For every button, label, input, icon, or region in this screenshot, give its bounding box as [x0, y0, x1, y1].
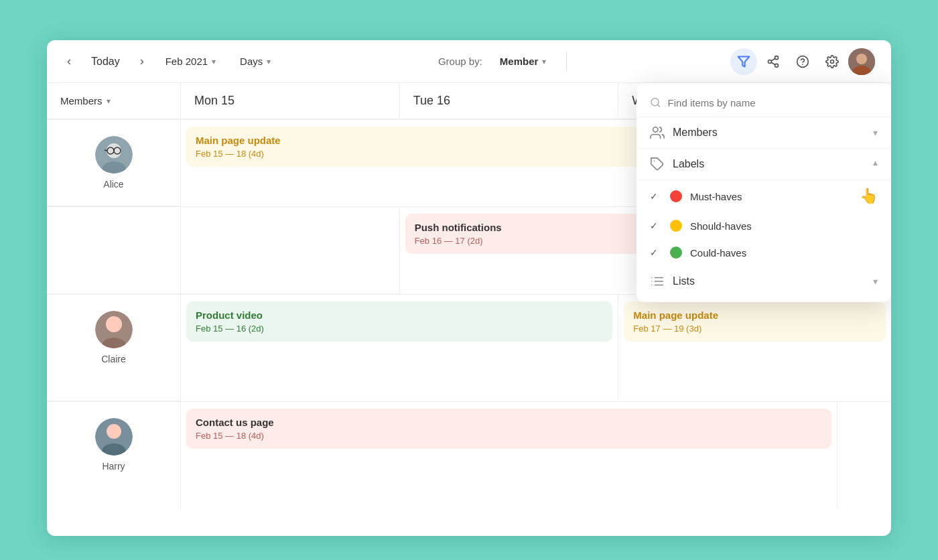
mon-column-header: Mon 15: [181, 83, 400, 119]
claire-main-page-cell: Main page update Feb 17 — 19 (3d): [618, 295, 891, 401]
members-label: Members: [60, 95, 103, 107]
svg-point-10: [856, 54, 867, 64]
search-icon: [650, 96, 661, 109]
harry-avatar: [95, 418, 133, 456]
dropdown-lists-section[interactable]: Lists ▾: [636, 266, 891, 297]
dropdown-members-section[interactable]: Members ▾: [636, 117, 891, 149]
claire-product-video-cell: Product video Feb 15 — 16 (2d): [181, 295, 618, 401]
svg-point-27: [653, 127, 658, 132]
harry-member-cell: Harry: [47, 402, 181, 509]
should-haves-label: Should-haves: [690, 220, 752, 232]
filter-button[interactable]: [730, 48, 757, 75]
claire-avatar: [95, 311, 133, 348]
help-icon: [796, 55, 809, 68]
user-avatar: [848, 48, 875, 75]
svg-line-5: [771, 58, 775, 60]
could-haves-label: Could-haves: [690, 247, 746, 259]
svg-point-20: [106, 316, 122, 332]
could-haves-item[interactable]: ✓ Could-haves: [636, 239, 891, 266]
share-button[interactable]: [760, 48, 787, 75]
labels-section-label: Labels: [673, 158, 865, 170]
task-title: Product video: [196, 309, 603, 321]
alice-tue-empty: [181, 207, 400, 294]
could-haves-check-icon: ✓: [650, 247, 662, 258]
alice-name: Alice: [103, 179, 123, 190]
claire-main-page-task[interactable]: Main page update Feb 17 — 19 (3d): [624, 301, 886, 342]
should-haves-item[interactable]: ✓ Should-haves: [636, 212, 891, 239]
harry-contact-page-task[interactable]: Contact us page Feb 15 — 18 (4d): [186, 409, 831, 449]
harry-name: Harry: [102, 461, 125, 472]
harry-contact-page-cell: Contact us page Feb 15 — 18 (4d): [181, 402, 838, 509]
alice-avatar: [95, 136, 133, 173]
groupby-selector[interactable]: Member ▾: [493, 52, 553, 71]
svg-marker-0: [738, 56, 750, 66]
lists-chevron-icon: ▾: [873, 276, 878, 287]
must-haves-item[interactable]: ✓ Must-haves 👆: [636, 180, 891, 212]
members-chevron-icon: ▾: [873, 127, 878, 138]
top-bar-actions: [730, 48, 875, 75]
svg-point-23: [107, 424, 121, 439]
labels-icon: [650, 157, 665, 171]
share-icon: [766, 55, 780, 68]
task-date: Feb 17 — 19 (3d): [633, 324, 876, 334]
could-haves-dot: [670, 247, 682, 259]
dropdown-labels-section[interactable]: Labels ▾: [636, 149, 891, 180]
settings-button[interactable]: [819, 48, 846, 75]
must-haves-check-icon: ✓: [650, 191, 662, 202]
settings-icon: [825, 55, 839, 68]
svg-line-17: [105, 150, 107, 151]
drag-cursor-icon: 👆: [860, 188, 878, 205]
members-icon: [650, 125, 665, 140]
claire-row: Claire Product video Feb 15 — 16 (2d) Ma…: [47, 295, 891, 402]
should-haves-check-icon: ✓: [650, 220, 662, 231]
task-date: Feb 15 — 18 (4d): [196, 431, 822, 441]
claire-member-cell: Claire: [47, 295, 181, 401]
must-haves-dot: [670, 190, 682, 202]
members-column-header[interactable]: Members ▾: [47, 83, 181, 119]
groupby-prefix: Group by:: [438, 56, 482, 67]
harry-thu-cell: [838, 402, 891, 509]
view-selector[interactable]: Days ▾: [233, 52, 277, 71]
alice-member-cell: Alice: [47, 120, 181, 206]
filter-icon: [737, 55, 750, 68]
alice-mon-empty: [47, 207, 181, 294]
dropdown-search-row: [636, 88, 891, 117]
app-container: ‹ Today › Feb 2021 ▾ Days ▾ Group by: Me…: [47, 40, 891, 536]
today-button[interactable]: Today: [86, 53, 125, 70]
top-bar: ‹ Today › Feb 2021 ▾ Days ▾ Group by: Me…: [47, 40, 891, 83]
user-avatar-button[interactable]: [848, 48, 875, 75]
lists-section-label: Lists: [673, 275, 865, 287]
divider: [566, 52, 567, 71]
members-chevron-icon: ▾: [107, 96, 111, 106]
harry-row: Harry Contact us page Feb 15 — 18 (4d): [47, 402, 891, 509]
date-selector[interactable]: Feb 2021 ▾: [159, 52, 222, 71]
svg-line-26: [658, 104, 660, 107]
groupby-value: Member: [500, 56, 539, 67]
date-label: Feb 2021: [165, 56, 208, 67]
view-label: Days: [240, 56, 263, 67]
task-date: Feb 15 — 16 (2d): [196, 324, 603, 334]
claire-product-video-task[interactable]: Product video Feb 15 — 16 (2d): [186, 301, 612, 342]
task-title: Main page update: [633, 309, 876, 321]
must-haves-label: Must-haves: [690, 191, 742, 202]
tue-column-header: Tue 16: [400, 83, 619, 119]
task-title: Contact us page: [196, 417, 822, 428]
view-chevron-icon: ▾: [267, 57, 271, 66]
lists-icon: [650, 274, 665, 289]
should-haves-dot: [670, 220, 682, 232]
nav-next-button[interactable]: ›: [136, 52, 148, 71]
members-section-label: Members: [673, 127, 865, 139]
help-button[interactable]: [789, 48, 816, 75]
svg-point-8: [831, 60, 834, 63]
alice-avatar-image: [95, 136, 133, 173]
filter-dropdown: Members ▾ Labels ▾ ✓ Must-haves 👆 ✓ Shou…: [636, 83, 891, 302]
search-input[interactable]: [668, 97, 878, 109]
svg-line-4: [771, 62, 775, 64]
labels-chevron-icon: ▾: [873, 159, 878, 169]
claire-avatar-image: [95, 311, 133, 348]
claire-name: Claire: [101, 354, 126, 364]
nav-prev-button[interactable]: ‹: [63, 52, 75, 71]
harry-avatar-image: [95, 418, 133, 456]
groupby-chevron-icon: ▾: [542, 57, 546, 66]
date-chevron-icon: ▾: [212, 57, 216, 66]
